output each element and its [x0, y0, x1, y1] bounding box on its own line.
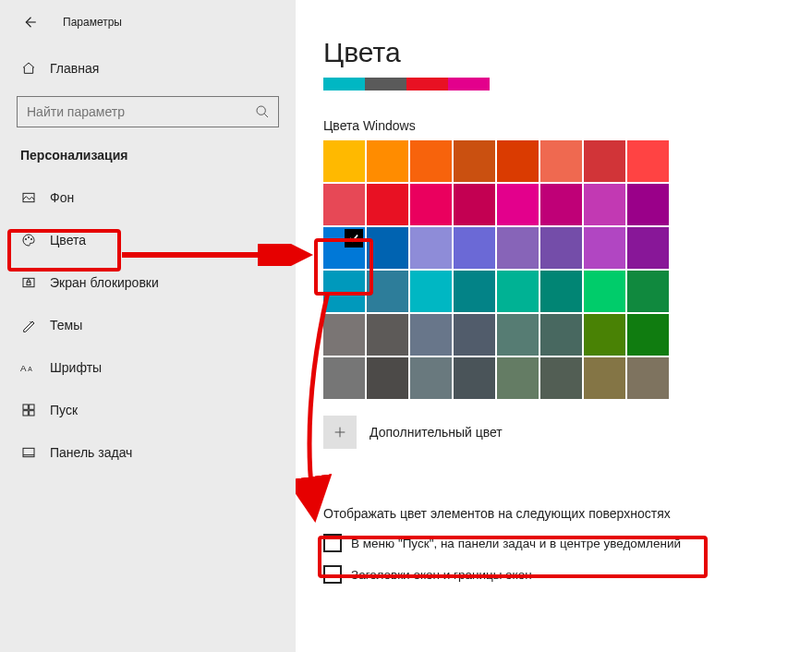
color-swatch[interactable] — [367, 184, 408, 225]
color-swatch[interactable] — [584, 184, 625, 225]
color-swatch[interactable] — [627, 140, 669, 182]
accent-preview-swatch — [365, 78, 406, 91]
nav-item-colors[interactable]: Цвета — [0, 222, 296, 259]
section-title: Персонализация — [0, 148, 296, 163]
color-swatch[interactable] — [540, 184, 582, 225]
color-swatch[interactable] — [627, 184, 669, 225]
color-swatch[interactable] — [367, 140, 408, 182]
color-swatch[interactable] — [410, 314, 452, 356]
color-swatch[interactable] — [323, 140, 365, 182]
page-title: Цвета — [323, 37, 785, 68]
search-input[interactable] — [18, 97, 247, 127]
color-swatch[interactable] — [497, 140, 539, 182]
checkbox-label: Заголовки окон и границы окон — [351, 568, 532, 582]
checkbox[interactable] — [323, 565, 342, 584]
nav-item-taskbar[interactable]: Панель задач — [0, 434, 296, 471]
nav-home[interactable]: Главная — [0, 50, 296, 87]
color-swatch[interactable] — [584, 227, 625, 269]
svg-point-2 — [25, 238, 26, 239]
nav-item-themes[interactable]: Темы — [0, 307, 296, 344]
taskbar-icon — [20, 444, 37, 461]
color-swatch[interactable] — [627, 271, 669, 312]
back-button[interactable] — [18, 11, 41, 33]
color-swatch[interactable] — [410, 357, 452, 399]
custom-color-button[interactable] — [323, 416, 357, 449]
checkbox-label: В меню "Пуск", на панели задач и в центр… — [351, 537, 681, 550]
accent-preview-swatch — [448, 78, 490, 91]
color-swatch[interactable] — [540, 227, 582, 269]
window-header: Параметры — [0, 0, 296, 44]
color-swatch[interactable] — [410, 227, 452, 269]
palette-icon — [20, 232, 37, 248]
color-swatch[interactable] — [454, 227, 495, 269]
color-swatch[interactable] — [497, 314, 539, 356]
color-swatch[interactable] — [584, 271, 625, 312]
nav-label: Темы — [50, 318, 82, 332]
color-swatch[interactable] — [367, 271, 408, 312]
color-swatch[interactable] — [410, 271, 452, 312]
nav-home-label: Главная — [50, 61, 99, 76]
surfaces-heading: Отображать цвет элементов на следующих п… — [323, 506, 785, 521]
main-content: Цвета Цвета Windows Дополнительный цвет … — [323, 37, 785, 584]
home-icon — [20, 60, 37, 77]
sidebar: Параметры Главная Персонализация Фон Цве… — [0, 0, 296, 652]
color-swatch[interactable] — [367, 227, 408, 269]
nav-item-background[interactable]: Фон — [0, 179, 296, 216]
window-title: Параметры — [63, 16, 122, 29]
search-box[interactable] — [17, 96, 279, 127]
custom-color-label: Дополнительный цвет — [370, 425, 503, 440]
color-swatch[interactable] — [584, 357, 625, 399]
lockscreen-icon — [20, 274, 37, 291]
color-swatch[interactable] — [627, 227, 669, 269]
color-swatch[interactable] — [497, 271, 539, 312]
svg-rect-10 — [30, 404, 34, 409]
color-swatch[interactable] — [454, 271, 495, 312]
checkbox[interactable] — [323, 534, 342, 552]
color-swatch[interactable] — [367, 314, 408, 356]
nav-label: Цвета — [50, 233, 86, 248]
color-swatch[interactable] — [454, 140, 495, 182]
nav-list: Фон Цвета Экран блокировки Темы AA Шрифт… — [0, 179, 296, 471]
color-swatch[interactable] — [540, 314, 582, 356]
picture-icon — [20, 189, 37, 206]
checkbox-row-start-taskbar[interactable]: В меню "Пуск", на панели задач и в центр… — [323, 534, 785, 552]
color-swatch[interactable] — [540, 140, 582, 182]
svg-point-0 — [257, 106, 265, 115]
nav-item-start[interactable]: Пуск — [0, 392, 296, 429]
accent-preview-strip — [323, 78, 785, 91]
svg-rect-11 — [23, 411, 28, 416]
color-swatch[interactable] — [540, 357, 582, 399]
color-swatch[interactable] — [323, 184, 365, 225]
color-swatch[interactable] — [497, 357, 539, 399]
color-swatch[interactable] — [323, 227, 365, 269]
nav-item-fonts[interactable]: AA Шрифты — [0, 349, 296, 386]
color-swatch[interactable] — [540, 271, 582, 312]
color-swatch[interactable] — [323, 271, 365, 312]
color-swatch[interactable] — [410, 184, 452, 225]
color-swatch[interactable] — [323, 357, 365, 399]
start-icon — [20, 402, 37, 418]
color-swatch[interactable] — [584, 314, 625, 356]
color-swatch[interactable] — [323, 314, 365, 356]
svg-rect-12 — [30, 411, 34, 416]
svg-point-4 — [30, 238, 31, 239]
windows-colors-label: Цвета Windows — [323, 118, 785, 133]
color-swatch[interactable] — [497, 184, 539, 225]
search-icon — [247, 96, 278, 127]
color-swatch[interactable] — [367, 357, 408, 399]
color-swatch[interactable] — [584, 140, 625, 182]
svg-rect-13 — [23, 448, 34, 456]
color-swatch[interactable] — [454, 357, 495, 399]
checkbox-row-titlebars[interactable]: Заголовки окон и границы окон — [323, 565, 785, 584]
nav-label: Панель задач — [50, 445, 132, 460]
svg-rect-9 — [23, 404, 28, 409]
nav-item-lockscreen[interactable]: Экран блокировки — [0, 264, 296, 301]
nav-label: Пуск — [50, 403, 78, 417]
color-swatch[interactable] — [497, 227, 539, 269]
color-palette — [323, 140, 669, 399]
color-swatch[interactable] — [454, 314, 495, 356]
color-swatch[interactable] — [627, 314, 669, 356]
color-swatch[interactable] — [454, 184, 495, 225]
color-swatch[interactable] — [627, 357, 669, 399]
color-swatch[interactable] — [410, 140, 452, 182]
